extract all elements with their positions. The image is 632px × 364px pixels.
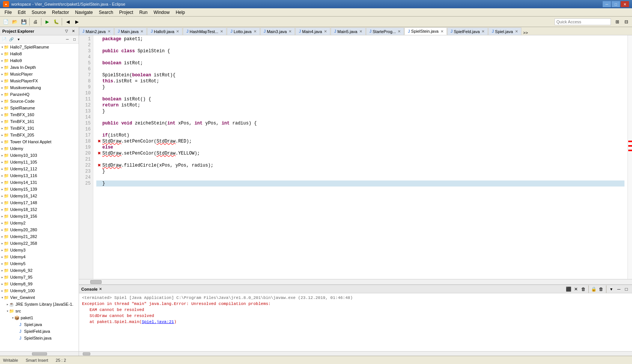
menu-item-project[interactable]: Project xyxy=(116,9,136,16)
pe-item[interactable]: ▸📁Udemy17_148 xyxy=(0,199,79,206)
pe-item[interactable]: ▸📁MusicPlayerFX xyxy=(0,77,79,84)
pe-item[interactable]: JSpielFeld.java xyxy=(0,328,79,335)
tab-Main4-java[interactable]: JMain4.java✕ xyxy=(295,27,330,35)
menu-item-help[interactable]: Help xyxy=(173,9,188,16)
pe-item[interactable]: JSpiel.java xyxy=(0,321,79,328)
console-view-menu-button[interactable]: ▾ xyxy=(608,286,615,293)
pe-item[interactable]: ▸📁SpielRaeume xyxy=(0,105,79,111)
print-button[interactable]: 🖨 xyxy=(31,18,40,26)
code-content[interactable]: package paket1; public class SpielStein … xyxy=(93,35,627,279)
pe-item[interactable]: ▸📁Udemy13_116 xyxy=(0,172,79,179)
minimize-button[interactable]: ─ xyxy=(603,1,611,7)
pe-item[interactable]: ▸📁Udemy8_99 xyxy=(0,281,79,287)
pe-item[interactable]: ▸📁Udemy4 xyxy=(0,253,79,260)
pe-item[interactable]: ▸📁Musikverwaltung xyxy=(0,84,79,91)
tab-Lotto-java[interactable]: JLotto.java✕ xyxy=(227,27,260,35)
tab-HashMapTest---[interactable]: JHashMapTest...✕ xyxy=(183,27,226,35)
menu-item-file[interactable]: File xyxy=(2,9,15,16)
tab-Spiel-java[interactable]: JSpiel.java✕ xyxy=(488,27,521,35)
pe-item[interactable]: ▸📁Tower Of Hanoi Applet xyxy=(0,138,79,145)
pe-item[interactable]: ▸📁PanzerHQ xyxy=(0,91,79,98)
pe-item[interactable]: ▸📁Udemy12_112 xyxy=(0,165,79,172)
perspectives-button[interactable]: ⊞ xyxy=(613,18,621,26)
console-scrollbar[interactable] xyxy=(79,351,632,356)
pe-item[interactable]: ▸📁Udemy5 xyxy=(0,260,79,267)
tab-Main3-java[interactable]: JMain3.java✕ xyxy=(260,27,295,35)
pe-minimize-button[interactable]: ─ xyxy=(64,36,71,43)
console-minimize-button[interactable]: ─ xyxy=(615,286,622,293)
pe-item[interactable]: ▸📁Hallo8 xyxy=(0,50,79,57)
pe-item[interactable]: ▸📁Java In-Depth xyxy=(0,64,79,71)
console-maximize-button[interactable]: □ xyxy=(623,286,630,293)
pe-item[interactable]: ▸📁Udemy18_152 xyxy=(0,206,79,213)
menu-item-navigate[interactable]: Navigate xyxy=(72,9,96,16)
pe-item[interactable]: ▸📁Udemy14_131 xyxy=(0,179,79,186)
console-clear-button[interactable]: 🗑 xyxy=(598,286,605,293)
new-button[interactable]: 📄 xyxy=(2,18,10,26)
console-tab[interactable]: Console xyxy=(81,287,97,291)
pe-item[interactable]: ▸📁TimBFX_160 xyxy=(0,111,79,118)
pe-close-button[interactable]: ✕ xyxy=(70,28,76,34)
console-link[interactable]: Spiel.java:21 xyxy=(142,320,174,324)
pe-item[interactable]: ▸📁Udemy22_358 xyxy=(0,240,79,247)
pe-item[interactable]: ▾📁src xyxy=(0,308,79,314)
pe-scrollbar[interactable] xyxy=(0,351,79,356)
console-stop-button[interactable]: ⬛ xyxy=(565,286,572,293)
pe-item[interactable]: ▸📁Source-Code xyxy=(0,98,79,105)
back-button[interactable]: ◀ xyxy=(64,18,72,26)
pe-item[interactable]: ▸📁Udemy xyxy=(0,145,79,152)
h-scrollbar[interactable] xyxy=(79,279,632,284)
tab-SpielStein-java[interactable]: JSpielStein.java✕ xyxy=(404,27,447,35)
console-tab-close[interactable]: ✕ xyxy=(99,287,102,291)
pe-item[interactable]: ▸📁Udemy7_95 xyxy=(0,274,79,281)
pe-item[interactable]: ▸📁Udemy16_142 xyxy=(0,193,79,199)
menu-item-window[interactable]: Window xyxy=(150,9,173,16)
pe-item[interactable]: ▸📁Udemy15_139 xyxy=(0,186,79,193)
tab-Hallo9-java[interactable]: JHallo9.java✕ xyxy=(147,27,182,35)
pe-item[interactable]: ▸📁Udemy21_282 xyxy=(0,233,79,240)
pe-item[interactable]: ▸📁Hallo9 xyxy=(0,57,79,64)
run-button[interactable]: ▶ xyxy=(43,18,51,26)
console-scroll-lock-button[interactable]: 🔒 xyxy=(590,286,597,293)
pe-item[interactable]: ▸📁TimBFX_205 xyxy=(0,132,79,138)
pe-item[interactable]: ▸📁Udemy6_92 xyxy=(0,267,79,274)
pe-new-button[interactable]: 📄 xyxy=(1,36,8,43)
pe-item[interactable]: ▸☕JRE System Library [JavaSE-1. xyxy=(0,301,79,308)
menu-item-source[interactable]: Source xyxy=(29,9,49,16)
tab-Main5-java[interactable]: JMain5.java✕ xyxy=(331,27,366,35)
close-button[interactable]: ✕ xyxy=(621,1,629,7)
save-button[interactable]: 💾 xyxy=(20,18,28,26)
pe-item[interactable]: ▸📁Udemy10_103 xyxy=(0,152,79,159)
pe-item[interactable]: ▸📁Udemy20_280 xyxy=(0,226,79,233)
pe-item[interactable]: ▸📁Udemy2 xyxy=(0,220,79,226)
pe-item[interactable]: ▾📦paket1 xyxy=(0,314,79,321)
pe-item[interactable]: ▸📁Udemy9_100 xyxy=(0,287,79,294)
forward-button[interactable]: ▶ xyxy=(73,18,81,26)
pe-link-button[interactable]: 🔗 xyxy=(8,36,15,43)
pe-item[interactable]: ▸📁TimBFX_191 xyxy=(0,125,79,132)
console-remove-button[interactable]: 🗑 xyxy=(580,286,587,293)
console-terminate-button[interactable]: ✕ xyxy=(573,286,579,293)
pe-item[interactable]: ▸📁MusicPlayer xyxy=(0,71,79,77)
menu-item-search[interactable]: Search xyxy=(96,9,116,16)
code-editor[interactable]: 1234567891011121314151617181920212223242… xyxy=(79,35,632,279)
tab-Main-java[interactable]: JMain.java✕ xyxy=(114,27,147,35)
pe-item[interactable]: ▾📁Hallo7_SpielRaeume xyxy=(0,44,79,50)
quick-access-input[interactable] xyxy=(555,18,611,25)
view-menu-button[interactable]: ⊟ xyxy=(622,18,630,26)
pe-item[interactable]: ▸📁Udemy3 xyxy=(0,247,79,253)
menu-item-run[interactable]: Run xyxy=(136,9,150,16)
pe-collapse-button[interactable]: ▽ xyxy=(64,28,70,34)
tab-Main2-java[interactable]: JMain2.java✕ xyxy=(79,27,114,35)
pe-item[interactable]: ▸📁Udemy19_156 xyxy=(0,213,79,220)
tab-SpielFeld-java[interactable]: JSpielFeld.java✕ xyxy=(447,27,488,35)
tab-StarteProg---[interactable]: JStarteProg...✕ xyxy=(366,27,404,35)
open-button[interactable]: 📂 xyxy=(11,18,19,26)
menu-item-edit[interactable]: Edit xyxy=(15,9,29,16)
pe-item[interactable]: ▸📁Udemy11_105 xyxy=(0,159,79,165)
menu-item-refactor[interactable]: Refactor xyxy=(49,9,72,16)
pe-item[interactable]: ▸📁TimBFX_161 xyxy=(0,118,79,125)
pe-maximize-button[interactable]: □ xyxy=(71,36,78,43)
debug-button[interactable]: 🐛 xyxy=(52,18,60,26)
maximize-button[interactable]: □ xyxy=(612,1,620,7)
